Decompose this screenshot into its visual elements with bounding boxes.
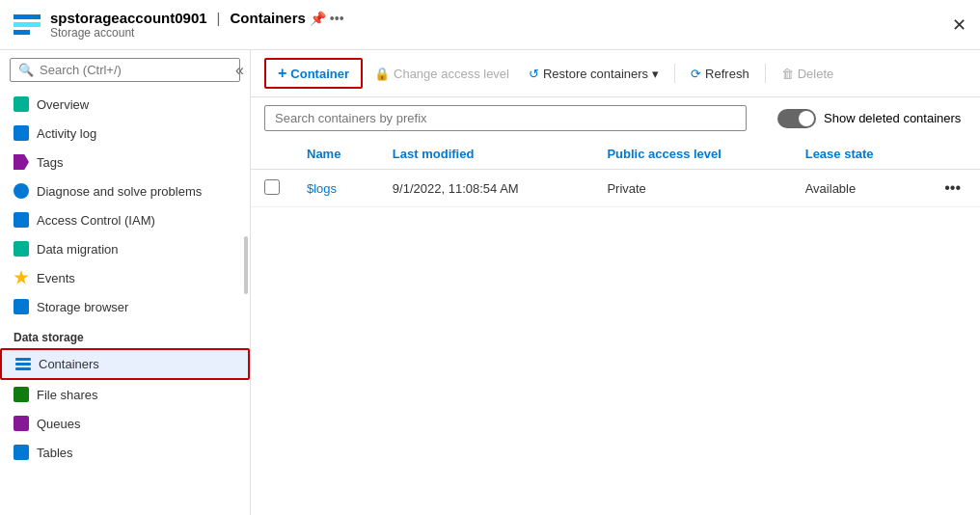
add-container-label: Container (290, 67, 349, 81)
col-access-level[interactable]: Public access level (593, 139, 791, 170)
col-lease-state[interactable]: Lease state (792, 139, 926, 170)
sidebar-collapse-button[interactable]: « (230, 58, 250, 83)
change-access-label: Change access level (394, 67, 509, 81)
table-header-row: Name Last modified Public access level L… (251, 139, 980, 170)
row-checkbox[interactable] (264, 179, 280, 195)
more-button[interactable]: ••• (330, 11, 344, 26)
col-name[interactable]: Name (293, 139, 379, 170)
tables-icon (14, 445, 29, 460)
sidebar-item-label: Queues (37, 417, 81, 431)
tags-icon (14, 154, 29, 170)
sidebar-item-file-shares[interactable]: File shares (0, 380, 250, 409)
sidebar-item-label: Containers (39, 357, 99, 371)
data-storage-header: Data storage (0, 321, 250, 348)
search-icon: 🔍 (18, 63, 34, 77)
delete-icon: 🗑 (781, 67, 794, 81)
search-row: Show deleted containers (251, 97, 980, 139)
row-more-cell: ••• (925, 170, 980, 207)
prefix-search-input[interactable] (264, 105, 747, 131)
delete-label: Delete (798, 67, 834, 81)
row-name: $logs (293, 170, 379, 207)
resource-name: spstorageaccount0901 (50, 10, 207, 26)
diagnose-icon (14, 183, 29, 199)
content-area: + Container 🔒 Change access level ↺ Rest… (251, 50, 980, 515)
close-button[interactable]: ✕ (952, 14, 966, 36)
storage-browser-icon (14, 299, 29, 314)
col-actions (925, 139, 980, 170)
table-row: $logs 9/1/2022, 11:08:54 AM Private Avai… (251, 170, 980, 207)
refresh-label: Refresh (705, 67, 749, 81)
table-area: Name Last modified Public access level L… (251, 139, 980, 515)
sidebar-item-label: Data migration (37, 242, 119, 257)
sidebar-item-label: File shares (37, 388, 98, 402)
row-last-modified: 9/1/2022, 11:08:54 AM (379, 170, 594, 207)
title-separator: | (217, 10, 221, 26)
sidebar-scrollbar[interactable] (244, 236, 248, 294)
sidebar-search-input[interactable] (40, 63, 231, 77)
lock-icon: 🔒 (374, 67, 390, 81)
sidebar-item-tables[interactable]: Tables (0, 438, 250, 467)
refresh-icon: ⟳ (691, 67, 701, 81)
page-name: Containers (230, 10, 305, 26)
restore-icon: ↺ (529, 67, 539, 81)
show-deleted-toggle[interactable] (777, 109, 816, 128)
pin-button[interactable]: 📌 (310, 11, 326, 26)
sidebar-item-overview[interactable]: Overview (0, 90, 250, 119)
row-more-button[interactable]: ••• (939, 177, 966, 199)
overview-icon (14, 96, 29, 112)
add-container-button[interactable]: + Container (264, 58, 363, 89)
row-checkbox-cell (251, 170, 293, 207)
col-checkbox (251, 139, 293, 170)
sidebar-item-data-migration[interactable]: Data migration (0, 234, 250, 263)
sidebar-item-label: Storage browser (37, 300, 128, 314)
restore-containers-label: Restore containers (543, 67, 648, 81)
sidebar-item-diagnose[interactable]: Diagnose and solve problems (0, 176, 250, 205)
restore-containers-button[interactable]: ↺ Restore containers ▾ (521, 62, 667, 86)
toolbar: + Container 🔒 Change access level ↺ Rest… (251, 50, 980, 97)
migration-icon (14, 241, 29, 257)
row-access-level: Private (593, 170, 791, 207)
queues-icon (14, 416, 29, 431)
fileshares-icon (14, 387, 29, 402)
sidebar-item-label: Activity log (37, 126, 96, 141)
row-lease-state: Available (792, 170, 926, 207)
sidebar-item-tags[interactable]: Tags (0, 148, 250, 176)
sidebar-item-label: Overview (37, 97, 89, 112)
sidebar-item-queues[interactable]: Queues (0, 409, 250, 438)
chevron-down-icon: ▾ (652, 67, 659, 81)
events-icon (14, 270, 29, 285)
sidebar-item-label: Events (37, 271, 75, 285)
sidebar-item-events[interactable]: Events (0, 263, 250, 292)
app-icon (14, 14, 41, 36)
sidebar-item-label: Diagnose and solve problems (37, 184, 202, 199)
toggle-area: Show deleted containers (777, 109, 961, 128)
change-access-button[interactable]: 🔒 Change access level (367, 62, 517, 86)
toolbar-divider-2 (765, 64, 766, 83)
title-bar: spstorageaccount0901 | Containers 📌 ••• … (0, 0, 980, 50)
containers-table: Name Last modified Public access level L… (251, 139, 980, 207)
col-last-modified[interactable]: Last modified (379, 139, 594, 170)
sidebar-item-containers[interactable]: Containers (0, 348, 250, 380)
containers-icon (15, 358, 31, 371)
subtitle: Storage account (50, 26, 344, 40)
sidebar-item-activity-log[interactable]: Activity log (0, 119, 250, 148)
sidebar-item-label: Tables (37, 446, 73, 460)
delete-button[interactable]: 🗑 Delete (774, 62, 842, 86)
sidebar-search-container: 🔍 (10, 58, 240, 82)
sidebar: 🔍 « Overview Activity log Tags Diagnose … (0, 50, 251, 515)
sidebar-item-label: Tags (37, 155, 63, 170)
sidebar-item-access-control[interactable]: Access Control (IAM) (0, 205, 250, 234)
sidebar-item-storage-browser[interactable]: Storage browser (0, 292, 250, 321)
plus-icon: + (278, 65, 286, 82)
access-icon (14, 212, 29, 228)
toolbar-divider (674, 64, 675, 83)
refresh-button[interactable]: ⟳ Refresh (683, 62, 757, 86)
toggle-label: Show deleted containers (824, 111, 961, 125)
activity-icon (14, 125, 29, 141)
sidebar-item-label: Access Control (IAM) (37, 213, 155, 228)
